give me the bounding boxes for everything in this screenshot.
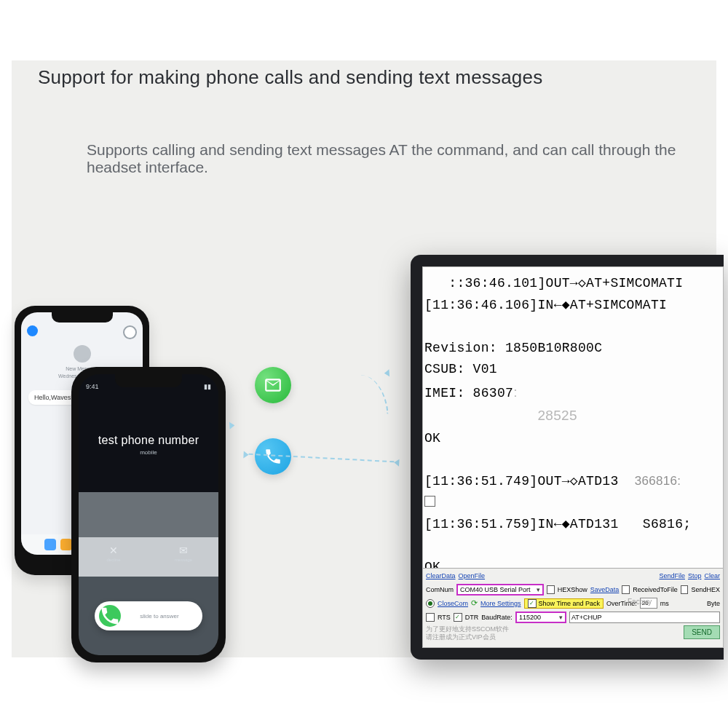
back-button-icon — [27, 325, 38, 336]
terminal-controls: ClearData OpenFile SendFile Stop Clear C… — [423, 568, 723, 647]
received-to-file-checkbox[interactable] — [622, 585, 630, 594]
save-data-link[interactable]: SaveData — [590, 586, 620, 593]
decline-icon: ✕ decline — [103, 545, 124, 562]
status-time: 9:41 — [86, 383, 99, 390]
com-num-label: ComNum — [426, 586, 454, 593]
send-file-link[interactable]: SendFile — [659, 572, 685, 579]
watermark-factory: Factory — [628, 598, 652, 606]
clear-link[interactable]: Clear — [704, 572, 720, 579]
more-settings-link[interactable]: More Settings — [480, 600, 521, 607]
hexshow-label: HEXShow — [558, 586, 587, 593]
answer-slider: slide to answer — [95, 601, 202, 630]
rts-checkbox[interactable] — [426, 613, 435, 622]
baud-label: BaudRate: — [481, 614, 513, 621]
info-icon — [123, 325, 137, 339]
ms-label: ms — [660, 600, 669, 607]
call-sub: mobile — [79, 449, 218, 456]
show-time-checkbox[interactable]: Show Time and Pack — [524, 598, 604, 609]
close-com-radio[interactable] — [426, 599, 435, 608]
baud-combo[interactable]: 115200▾ — [515, 612, 566, 623]
at-command-input[interactable] — [569, 612, 720, 623]
refresh-icon[interactable]: ⟳ — [471, 598, 478, 608]
terminal-checkbox[interactable] — [424, 496, 435, 507]
page-title: Support for making phone calls and sendi… — [38, 66, 542, 89]
laptop-mockup: ::36:46.101]OUT→◇AT+SIMCOMATI [11:36:46.… — [411, 255, 724, 660]
clear-data-link[interactable]: ClearData — [426, 572, 456, 579]
dtr-checkbox[interactable] — [454, 613, 462, 622]
message-icon: ✉ message — [173, 545, 194, 562]
bytes-label: Byte — [707, 600, 720, 607]
stop-link[interactable]: Stop — [688, 572, 702, 579]
open-file-link[interactable]: OpenFile — [459, 572, 486, 579]
footer-note: 为了更好地支持SSCOM软件 请注册成为正式VIP会员 — [426, 625, 509, 641]
phone-answer-icon — [99, 605, 121, 627]
arrow-call — [247, 454, 395, 503]
phone-call-mockup: 9:41 ▮▮ test phone number mobile ✕ decli… — [71, 367, 226, 662]
page-subtitle: Supports calling and sending text messag… — [87, 141, 728, 176]
hexshow-checkbox[interactable] — [547, 585, 555, 594]
status-right-icon: ▮▮ — [204, 383, 211, 390]
sendhex-checkbox[interactable] — [681, 585, 689, 594]
send-button[interactable]: SEND — [684, 625, 720, 639]
call-name: test phone number — [79, 434, 218, 447]
close-com-link[interactable]: CloseCom — [438, 600, 468, 607]
avatar — [74, 345, 91, 363]
com-port-combo[interactable]: COM40 USB Serial Port▾ — [456, 584, 544, 596]
received-to-file-label: ReceivedToFile — [633, 586, 678, 593]
answer-label: slide to answer — [121, 613, 198, 620]
